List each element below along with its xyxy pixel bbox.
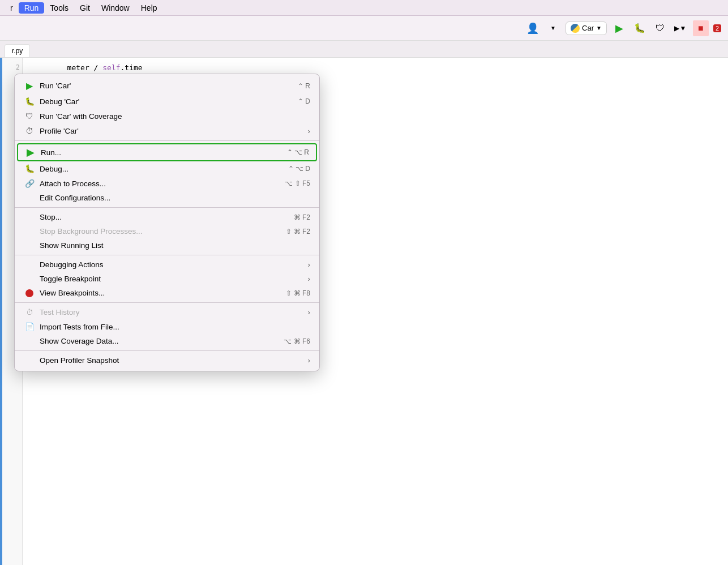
debug-icon: 🐛 (24, 164, 35, 173)
profile-car-submenu-arrow: › (308, 127, 311, 135)
stop-button[interactable]: ■ (693, 20, 709, 36)
menu-item-show-running-label: Show Running List (40, 241, 310, 250)
menu-item-debug[interactable]: 🐛 Debug... ⌃ ⌥ D (15, 161, 319, 176)
view-bp-icon (24, 289, 35, 297)
profile-car-icon: ⏱ (24, 126, 35, 135)
divider-3 (15, 255, 319, 255)
divider-1 (15, 140, 319, 141)
menu-item-stop[interactable]: Stop... ⌘ F2 (15, 210, 319, 224)
menu-item-debug-label: Debug... (40, 165, 288, 173)
toolbar: 👤 ▼ Car ▼ ▶ 🐛 🛡 ▶▼ ■ 2 (0, 16, 728, 41)
menu-item-coverage-data[interactable]: Show Coverage Data... ⌥ ⌘ F6 (15, 334, 319, 348)
test-history-icon: ⏱ (24, 308, 35, 316)
menu-item-toggle-bp[interactable]: Toggle Breakpoint › (15, 272, 319, 286)
user-dropdown-btn[interactable]: ▼ (545, 20, 561, 36)
run-button[interactable]: ▶ (611, 20, 627, 36)
menu-item-debug-actions[interactable]: Debugging Actions › (15, 258, 319, 272)
menu-item-stop-shortcut: ⌘ F2 (294, 213, 310, 221)
menu-item-run-car-shortcut: ⌃ R (298, 82, 310, 90)
menu-item-debug-shortcut: ⌃ ⌥ D (288, 165, 310, 173)
menu-item-stop-bg-shortcut: ⇧ ⌘ F2 (286, 228, 310, 236)
menu-item-test-history: ⏱ Test History › (15, 305, 319, 319)
menu-item-run[interactable]: ▶ Run... ⌃ ⌥ R (17, 143, 317, 161)
menu-item-coverage-car[interactable]: 🛡 Run 'Car' with Coverage (15, 109, 319, 123)
run-dropdown-menu: ▶ Run 'Car' ⌃ R 🐛 Debug 'Car' ⌃ D 🛡 Run … (14, 74, 320, 371)
user-icon-btn[interactable]: 👤 (525, 20, 541, 36)
menu-item-coverage-data-shortcut: ⌥ ⌘ F6 (284, 337, 310, 345)
run-icon: ▶ (25, 146, 36, 159)
menu-item-stop-bg-label: Stop Background Processes... (40, 227, 286, 236)
tab-bar: r.py (0, 41, 728, 58)
menu-item-run-label: Run... (41, 148, 287, 157)
divider-2 (15, 207, 319, 208)
divider-4 (15, 302, 319, 303)
attach-icon: 🔗 (24, 179, 35, 188)
menu-item-run-car[interactable]: ▶ Run 'Car' ⌃ R (15, 78, 319, 94)
menu-item-debug-car-shortcut: ⌃ D (298, 97, 310, 105)
python-icon (571, 24, 580, 33)
run-car-icon: ▶ (24, 80, 35, 91)
coverage-car-icon: 🛡 (24, 112, 35, 121)
scroll-indicator (0, 58, 2, 565)
menu-item-profiler-snap[interactable]: Open Profiler Snapshot › (15, 353, 319, 367)
menu-item-coverage-car-label: Run 'Car' with Coverage (40, 112, 310, 121)
menu-item-import-tests-label: Import Tests from File... (40, 323, 310, 331)
menu-item-debug-car[interactable]: 🐛 Debug 'Car' ⌃ D (15, 94, 319, 109)
menu-item-debug-car-label: Debug 'Car' (40, 97, 298, 106)
menu-item-attach-shortcut: ⌥ ⇧ F5 (285, 179, 310, 187)
coverage-button[interactable]: 🛡 (652, 20, 668, 36)
menu-item-stop-bg: Stop Background Processes... ⇧ ⌘ F2 (15, 224, 319, 238)
profiler-snap-submenu-arrow: › (308, 356, 311, 365)
run-config-label: Car (582, 24, 594, 32)
menubar: r Run Tools Git Window Help (0, 0, 728, 16)
run-config-selector[interactable]: Car ▼ (566, 22, 607, 35)
menu-item-show-running[interactable]: Show Running List (15, 238, 319, 252)
menubar-item-window[interactable]: Window (96, 2, 135, 14)
menu-item-edit-config-label: Edit Configurations... (40, 194, 310, 202)
menu-item-import-tests[interactable]: 📄 Import Tests from File... (15, 319, 319, 334)
profile-dropdown-btn[interactable]: ▶▼ (673, 20, 688, 36)
divider-5 (15, 350, 319, 351)
menubar-item-run[interactable]: Run (19, 2, 45, 14)
menu-item-profile-car[interactable]: ⏱ Profile 'Car' › (15, 123, 319, 138)
menu-item-run-car-label: Run 'Car' (40, 82, 298, 90)
menubar-item-help[interactable]: Help (135, 2, 163, 14)
run-config-dropdown-arrow: ▼ (596, 25, 602, 31)
import-tests-icon: 📄 (24, 322, 35, 331)
editor-area: 2 2 2 2 2 3 3 3 3 3 4 4 meter / self.tim… (0, 58, 728, 565)
toggle-bp-submenu-arrow: › (308, 275, 311, 283)
debug-button[interactable]: 🐛 (632, 20, 648, 36)
menu-item-coverage-data-label: Show Coverage Data... (40, 337, 284, 345)
notification-badge: 2 (713, 24, 721, 32)
tab-file[interactable]: r.py (5, 44, 30, 57)
menubar-item-tools[interactable]: Tools (44, 2, 74, 14)
code-line: meter / self.time (32, 62, 719, 74)
menu-item-profiler-snap-label: Open Profiler Snapshot (40, 356, 303, 365)
debug-car-icon: 🐛 (24, 97, 35, 106)
menu-item-view-bp-label: View Breakpoints... (40, 289, 286, 297)
menu-item-profile-car-label: Profile 'Car' (40, 127, 303, 135)
menu-item-view-bp[interactable]: View Breakpoints... ⇧ ⌘ F8 (15, 286, 319, 300)
menu-item-debug-actions-label: Debugging Actions (40, 260, 303, 269)
menu-item-run-shortcut: ⌃ ⌥ R (287, 148, 309, 156)
menu-item-test-history-label: Test History (40, 308, 303, 316)
menu-item-attach-label: Attach to Process... (40, 179, 285, 188)
menu-item-view-bp-shortcut: ⇧ ⌘ F8 (286, 289, 310, 297)
menubar-item-r[interactable]: r (5, 2, 19, 14)
menubar-item-git[interactable]: Git (74, 2, 96, 14)
menu-item-edit-config[interactable]: Edit Configurations... (15, 191, 319, 205)
menu-item-attach[interactable]: 🔗 Attach to Process... ⌥ ⇧ F5 (15, 176, 319, 191)
menu-item-toggle-bp-label: Toggle Breakpoint (40, 275, 303, 283)
test-history-submenu-arrow: › (308, 308, 311, 316)
debug-actions-submenu-arrow: › (308, 260, 311, 269)
menu-item-stop-label: Stop... (40, 213, 294, 221)
